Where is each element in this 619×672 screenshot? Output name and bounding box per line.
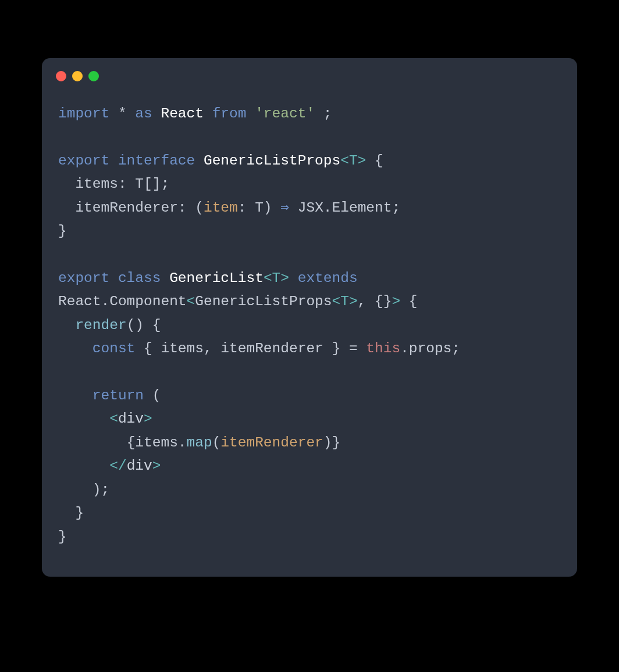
glp: GenericListProps [195,294,332,309]
arg-itemrenderer: itemRenderer [220,435,323,451]
semi: ; [323,106,332,121]
prop-itemrenderer: itemRenderer: ( [75,200,204,216]
brace: { [400,294,417,309]
indent [58,505,75,521]
indent [58,411,109,427]
indent [58,176,75,192]
minimize-icon[interactable] [72,71,83,81]
kw-this: this [366,341,400,356]
generic-gt: > [280,270,289,286]
code-window: import * as React from 'react' ; export … [42,58,577,577]
rparen: ) [323,435,332,451]
param-item: item [204,200,238,216]
method-render: render [75,317,126,333]
jsx-tag-div: div [118,411,144,427]
react-component: React.Component [58,294,187,309]
props: .props; [400,341,460,356]
generic-t: T [340,294,349,309]
titlebar [42,58,577,86]
generic-lt: < [340,153,349,169]
ident-react: React [161,106,204,121]
brace: } [75,505,84,521]
kw-const: const [93,341,136,356]
indent [58,200,75,216]
indent [58,435,127,451]
kw-as: as [135,106,152,121]
brace: } [58,223,67,239]
ident-genericlistprops: GenericListProps [204,153,340,169]
lparen: ( [212,435,221,451]
generic-lt: < [187,294,195,309]
paren: () { [127,317,161,333]
jsx-lt: </ [109,458,126,474]
kw-interface: interface [118,153,195,169]
kw-from: from [212,106,247,121]
indent [58,341,93,356]
items: items [135,435,178,451]
jsx-lt: < [109,411,118,427]
tail: JSX.Element; [289,200,400,216]
jsx-gt: > [144,411,152,427]
rest: : T) [238,200,281,216]
dot: . [178,435,187,451]
kw-class: class [118,270,161,286]
destructure: { items, itemRenderer } = [135,341,366,356]
generic-gt: > [392,294,400,309]
string-react: 'react' [255,106,315,121]
kw-return: return [93,388,144,403]
kw-export: export [58,153,109,169]
indent [58,482,93,498]
star: * [118,106,127,121]
prop-items: items: T[]; [75,176,169,192]
generic-gt: > [358,153,367,169]
kw-export: export [58,270,109,286]
lbrace: { [127,435,136,451]
indent [58,317,75,333]
generic-lt: < [264,270,272,286]
generic-t: T [272,270,281,286]
rbrace: } [332,435,341,451]
comma-empty: , {} [358,294,392,309]
kw-import: import [58,106,109,121]
generic-lt2: < [332,294,341,309]
fn-map: map [187,435,212,451]
jsx-gt: > [152,458,161,474]
brace: { [375,153,383,169]
indent [58,458,109,474]
indent [58,388,93,403]
code-block: import * as React from 'react' ; export … [42,86,577,577]
paren: ( [144,388,161,403]
paren: ); [93,482,109,498]
arrow: ⇒ [280,200,289,216]
zoom-icon[interactable] [88,71,99,81]
generic-t: T [349,153,358,169]
ident-genericlist: GenericList [169,270,264,286]
generic-gt2: > [349,294,358,309]
close-icon[interactable] [56,71,66,81]
brace: } [58,529,67,545]
jsx-tag-div: div [127,458,152,474]
kw-extends: extends [298,270,367,286]
